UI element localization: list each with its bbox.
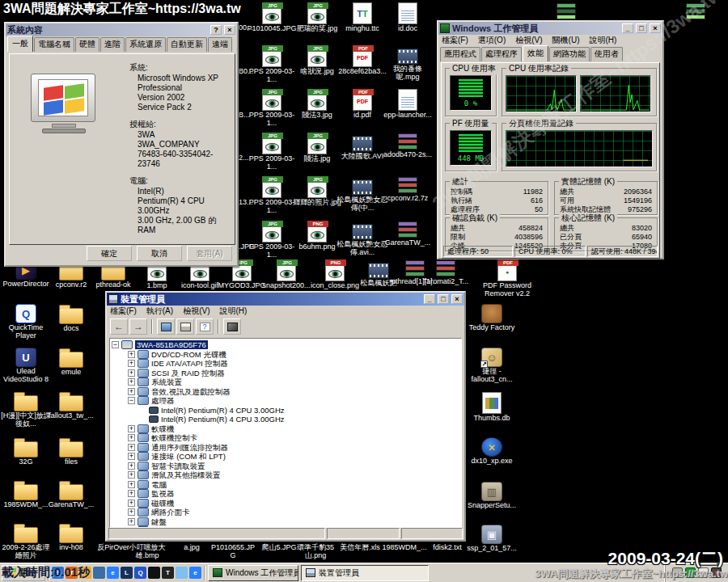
desktop-icon[interactable]: JPG賤法.jpg [291,132,343,162]
desktop-icon[interactable]: [H漫][中文]放課後奴... [0,390,52,428]
desktop-icon-label[interactable]: 2... [239,154,260,162]
tab-電腦名稱[interactable]: 電腦名稱 [34,37,74,52]
desktop-icon[interactable]: 松島楓妖艷女忍傳.avi... [336,220,388,256]
menu-item[interactable]: 說明(H) [219,306,247,317]
ok-button[interactable]: 確定 [87,246,132,261]
desktop-icon[interactable]: JPGPPS 2009-03-1... [246,220,298,259]
desktop-icon[interactable] [670,2,722,20]
desktop-icon[interactable]: JPG啥狀況.jpg [291,44,343,75]
desktop-icon-label[interactable]: 美信年曆.xls [337,543,383,551]
network-icon[interactable] [93,567,105,579]
tree-item[interactable]: +智慧卡讀取裝置 [112,462,461,471]
tab-一般[interactable]: 一般 [7,36,33,52]
desktop-icon[interactable]: cpconv.r2.7z [382,175,434,202]
tab-自動更新[interactable]: 自動更新 [167,37,207,52]
desktop-icon[interactable]: 1985WDM_... [0,479,52,508]
desktop-icon[interactable]: 大陸國歌.AVI [336,132,388,160]
desktop-icon[interactable]: ▣ssp_2_01_57... [466,523,518,552]
desktop-icon[interactable]: JPG賤法3.jpg [291,88,343,119]
tree-item[interactable]: +DVD/CD-ROM 光碟機 [112,350,461,360]
tab-應用程式[interactable]: 應用程式 [440,47,480,61]
desktop-icon[interactable]: docs [45,302,97,332]
desktop-icon[interactable]: JPGPPS 2009-03-1... [246,44,298,83]
menu-item[interactable]: 執行(A) [146,306,173,317]
desktop-icon-label[interactable]: B0... [239,67,260,75]
desktop-icon[interactable]: Teddy Factory [466,302,518,331]
tree-item[interactable]: +系統裝置 [112,377,461,387]
tree-item[interactable]: +軟碟機控制卡 [112,433,461,443]
help-button[interactable]: ? [210,25,222,35]
desktop-icon[interactable]: JPGPPS 2009-03-1... [246,132,298,171]
tree-item[interactable]: +音效,視訊及遊戲控制器 [112,387,461,397]
desktop-icon[interactable]: PDFPDFid.pdf [336,88,388,119]
tree-item[interactable]: +軟碟機 [112,424,461,434]
messenger-icon[interactable] [176,567,188,579]
desktop-icon[interactable]: adodb470-2s... [382,132,434,158]
menu-item[interactable]: 檢視(V) [183,306,210,317]
desktop-icon[interactable]: 我的番條呢.mpg [382,44,434,81]
desktop-icon[interactable]: ✕dx10_xp.exe [466,436,518,465]
desktop-icon[interactable]: files [45,436,97,466]
tree-item[interactable]: +通用序列匯流排控制器 [112,443,461,453]
desktop-icon[interactable]: 松島楓妖艷女忍傳(中... [336,175,388,212]
desktop-icon[interactable]: id.doc [382,2,434,32]
desktop-icon[interactable]: PDF●PDF Password Remover v2.2 [481,259,533,297]
close-icon[interactable]: × [650,23,661,33]
minimize-icon[interactable]: _ [622,23,633,33]
desktop-icon-label[interactable]: .JPG [239,242,260,251]
tree-root[interactable]: −3WA-851BA9D5F76 [112,340,461,350]
tab-系統還原[interactable]: 系統還原 [125,37,166,52]
desktop-icon[interactable]: JPG肥瑞的笑.jpg [291,2,343,32]
tree-item[interactable]: +鍵盤 [112,517,461,527]
tree-item[interactable]: +磁碟機 [112,499,461,508]
desktop-icon[interactable]: epp-launcher... [382,88,434,119]
desktop-icon[interactable]: PNGb6uhm.png [291,220,343,251]
menu-item[interactable]: 檔案(F) [110,306,137,317]
tree-item[interactable]: +連接埠 (COM 和 LPT) [112,452,461,462]
tree-item[interactable]: +滑鼠及其他指標裝置 [112,470,461,480]
desktop-icon[interactable]: emule [45,346,97,376]
tab-效能[interactable]: 效能 [523,45,548,61]
tab-遠端[interactable]: 遠端 [208,37,232,52]
tree-item[interactable]: +監視器 [112,489,461,499]
desktop-icon[interactable]: ▥SnapperSetu... [466,480,518,509]
tab-處理程序[interactable]: 處理程序 [481,47,522,61]
desktop-icon-label[interactable]: 小叮噹放大雄.bmp [125,543,170,559]
desktop-icon[interactable]: JPGsnapshot200... [260,259,312,289]
desktop-icon-label[interactable]: 環準千豹35山.png [293,543,338,559]
menu-item[interactable]: 檔案(F) [442,35,468,46]
system-properties-titlebar[interactable]: 系統內容 ? × [6,23,237,36]
desktop-icon[interactable]: GarenaTW_... [45,479,97,508]
show-window-icon[interactable] [157,318,175,335]
tab-使用者[interactable]: 使用者 [590,47,623,61]
desktop-icon[interactable]: GarenaTW_... [382,220,434,247]
desktop-icon[interactable]: Taromati2_T... [420,259,472,285]
media-player-icon[interactable] [148,567,160,579]
menu-item[interactable]: 選項(O) [478,35,506,46]
forward-icon[interactable]: → [129,318,147,335]
desktop-icon[interactable]: JPGPPS 2009-03-1... [246,88,298,127]
desktop-icon-label[interactable]: fdisk2.txt [425,543,470,551]
font-tool-icon[interactable]: T [162,567,174,579]
desktop-icon[interactable]: QQuickTime Player [0,302,52,340]
cancel-button[interactable]: 取消 [137,246,182,261]
properties-icon[interactable]: ? [196,318,214,335]
scan-hardware-icon[interactable] [223,318,241,335]
tree-item[interactable]: Intel(R) Pentium(R) 4 CPU 3.00GHz [112,406,461,415]
print-icon[interactable] [176,318,194,335]
ie-icon[interactable]: e [107,567,119,579]
tab-網路功能[interactable]: 網路功能 [549,47,590,61]
device-manager-titlebar[interactable]: 裝置管理員 _ □ × [107,293,464,306]
taskbar-button-1[interactable]: Windows 工作管理員 [208,565,298,581]
desktop-icon[interactable]: PDFPDF28c8ef62ba3... [336,44,388,75]
menu-item[interactable]: 關機(U) [552,35,580,46]
close-icon[interactable]: × [451,294,463,304]
desktop-icon-label[interactable]: 00... [239,23,260,32]
maximize-icon[interactable]: □ [636,23,647,33]
back-icon[interactable]: ← [110,318,128,335]
apply-button[interactable]: 套用(A) [187,246,232,261]
desktop-icon-label[interactable]: B... [239,111,260,119]
menu-item[interactable]: 檢視(V) [515,35,542,46]
desktop-icon[interactable]: 32G [0,436,52,466]
tree-item[interactable]: +電腦 [112,480,461,490]
